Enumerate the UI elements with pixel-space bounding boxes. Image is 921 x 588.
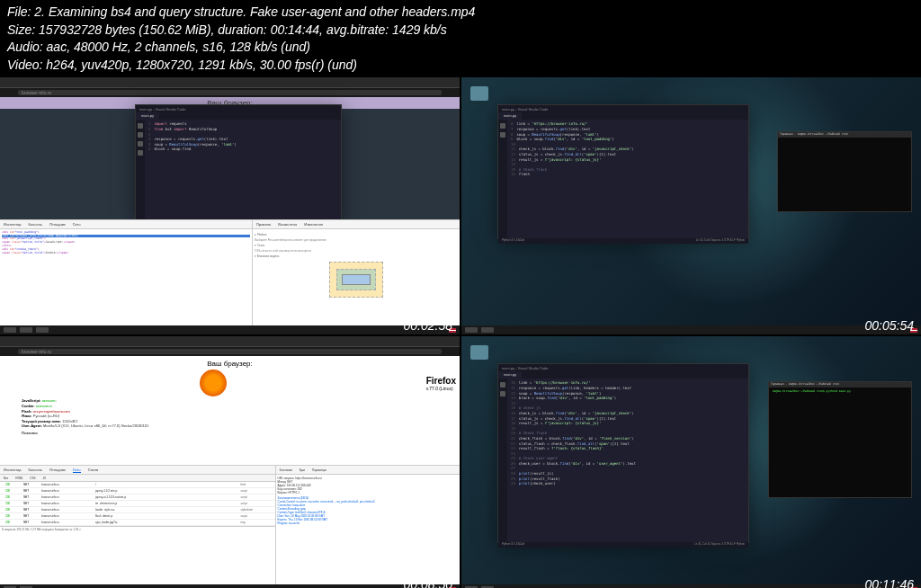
code-editor[interactable]: 10link = 'https://browser-info.ru/' 11re… <box>507 379 748 542</box>
devtools-panel[interactable]: Инспектор Консоль Отладчик Сеть <div id=… <box>0 219 460 335</box>
browser-name: Firefox <box>426 376 456 386</box>
timestamp: 00:11:46 <box>865 577 915 588</box>
terminal-titlebar: Терминал - be@be-VirtualBox ~/Рабочий ст… <box>778 132 911 138</box>
debug-icon[interactable] <box>138 150 143 156</box>
timestamp: 00:05:54 <box>865 318 915 333</box>
task-item[interactable] <box>4 327 16 333</box>
browser-url-bar[interactable]: browser-info.ru <box>0 88 460 97</box>
vscode-titlebar: main.py - Visual Studio Code <box>498 105 748 112</box>
tab-console[interactable]: Консоль <box>29 222 42 227</box>
url-input[interactable]: browser-info.ru <box>18 90 442 95</box>
terminal-titlebar: Терминал - be@be-VirtualBox ~/Рабочий ст… <box>769 382 911 388</box>
network-filter-tabs[interactable]: Все HTML CSS JS <box>0 475 275 482</box>
activity-bar[interactable] <box>498 379 507 542</box>
folder-icon[interactable] <box>470 345 488 360</box>
browser-titlebar <box>0 77 460 88</box>
editor-tab[interactable]: main.py <box>498 112 522 120</box>
git-icon[interactable] <box>138 141 143 147</box>
search-icon[interactable] <box>138 132 143 138</box>
files-icon[interactable] <box>138 123 143 129</box>
timestamp: 00:08:50 <box>404 577 453 588</box>
task-item[interactable] <box>481 327 494 333</box>
devtools-tabs[interactable]: Инспектор Консоль Отладчик Сеть <box>0 220 252 229</box>
taskbar[interactable] <box>0 584 460 588</box>
timestamp: 00:02:58 <box>404 318 453 333</box>
firefox-logo-icon <box>200 370 227 396</box>
browser-info-list: JavaScript: включен Cookie: включено Fla… <box>22 398 438 435</box>
network-row[interactable]: 200GETbrowser-info.ruloader_style.csssty… <box>0 507 275 513</box>
page-heading: Ваш браузер: <box>4 360 456 368</box>
network-row[interactable]: 200GETbrowser-info.rutm_element.min.jssc… <box>0 501 275 507</box>
files-icon[interactable] <box>500 382 505 388</box>
file-line: File: 2. Examining bs4 and query structu… <box>7 4 914 22</box>
network-row[interactable]: 200GETbrowser-info.ru/html <box>0 482 275 488</box>
search-icon[interactable] <box>500 132 505 138</box>
taskbar[interactable] <box>461 584 921 588</box>
status-bar: Python 3.7.4 64-bitLn 31, Col 41 Spaces:… <box>498 542 748 548</box>
editor-tab[interactable]: main.py <box>498 371 522 379</box>
video-line: Video: h264, yuv420p, 1280x720, 1291 kb/… <box>7 57 914 75</box>
thumbnail-4: main.py - Visual Studio Code main.py 10l… <box>461 336 921 588</box>
devtools-tabs[interactable]: Инспектор Консоль Отладчик Сеть Стили <box>0 466 275 475</box>
thumbnail-1: browser-info.ru Ваш браузер: main.py - V… <box>0 77 460 334</box>
vscode-window[interactable]: main.py - Visual Studio Code main.py 10l… <box>497 363 749 543</box>
taskbar[interactable] <box>461 325 921 334</box>
terminal-window[interactable]: Терминал - be@be-VirtualBox ~/Рабочий ст… <box>768 381 912 498</box>
tab-network[interactable]: Сеть <box>73 222 81 227</box>
css-tabs[interactable]: Правила Вычислено Изменения <box>253 220 460 229</box>
vscode-window[interactable]: main.py - Visual Studio Code main.py 6li… <box>497 104 749 239</box>
request-details: URL запроса: https://browser-info.ru/ Ме… <box>276 475 460 527</box>
browser-titlebar <box>0 336 460 347</box>
taskbar[interactable] <box>0 325 460 334</box>
layout-panel: ▸ Flexbox Выберите Flex-контейнер или эл… <box>253 229 460 303</box>
box-model-diagram <box>329 262 383 298</box>
editor-tab[interactable]: main.py <box>136 112 159 120</box>
code-editor[interactable]: 1import requests 2from bs4 import Beauti… <box>145 120 341 220</box>
network-row[interactable]: 200GETbrowser-info.rujquery-1.9.2.min.js… <box>0 488 275 494</box>
html-tree[interactable]: <div id="tool_padding"> <div id="browser… <box>0 229 252 257</box>
vscode-titlebar: main.py - Visual Studio Code <box>136 105 341 112</box>
vscode-window[interactable]: main.py - Visual Studio Code main.py 1im… <box>135 104 342 221</box>
task-item[interactable] <box>20 327 32 333</box>
task-item[interactable] <box>465 327 478 333</box>
search-icon[interactable] <box>500 391 505 396</box>
network-table[interactable]: 200GETbrowser-info.ru/html200GETbrowser-… <box>0 482 275 526</box>
network-summary: 8 запросов 178.21 КБ / 1.27 МБ передано … <box>0 526 275 532</box>
browser-version: v.77.0 (Linux) <box>426 386 456 391</box>
network-row[interactable]: 200GETbrowser-info.rujquery-ui-1.10.3.cu… <box>0 494 275 501</box>
thumbnail-2: main.py - Visual Studio Code main.py 6li… <box>461 77 921 334</box>
files-icon[interactable] <box>500 123 505 129</box>
thumbnail-grid: browser-info.ru Ваш браузер: main.py - V… <box>0 77 921 588</box>
terminal-prompt: be@be-VirtualBox:~/Рабочий стол$ python3… <box>773 389 908 393</box>
size-line: Size: 157932728 bytes (150.62 MiB), dura… <box>7 22 914 40</box>
media-info-header: File: 2. Examining bs4 and query structu… <box>0 0 921 77</box>
status-bar: Python 3.7.4 64-bitLn 16, Col 6 Spaces: … <box>498 238 748 244</box>
tab-debugger[interactable]: Отладчик <box>49 222 66 227</box>
audio-line: Audio: aac, 48000 Hz, 2 channels, s16, 1… <box>7 39 914 57</box>
devtools-panel[interactable]: Инспектор Консоль Отладчик Сеть Стили Вс… <box>0 465 460 588</box>
terminal-window[interactable]: Терминал - be@be-VirtualBox ~/Рабочий ст… <box>777 131 912 212</box>
thumbnail-3: browser-info.ru Ваш браузер: Firefox v.7… <box>0 336 460 588</box>
network-row[interactable]: 200GETbrowser-info.ruajax_loader.jpg?t=i… <box>0 520 275 526</box>
url-input[interactable]: browser-info.ru <box>18 349 442 354</box>
code-editor[interactable]: 6link = 'https://browser-info.ru/' 7resp… <box>507 120 748 238</box>
browser-url-bar[interactable]: browser-info.ru <box>0 347 460 356</box>
task-item[interactable] <box>36 327 49 333</box>
folder-icon[interactable] <box>470 86 488 101</box>
request-panel-tabs[interactable]: Заголовки Куки Параметры <box>276 466 460 475</box>
tab-inspector[interactable]: Инспектор <box>4 222 22 227</box>
activity-bar[interactable] <box>136 120 145 220</box>
network-row[interactable]: 200GETbrowser-info.ruflash_detect.jsscri… <box>0 513 275 520</box>
vscode-titlebar: main.py - Visual Studio Code <box>498 364 748 371</box>
activity-bar[interactable] <box>498 120 507 238</box>
